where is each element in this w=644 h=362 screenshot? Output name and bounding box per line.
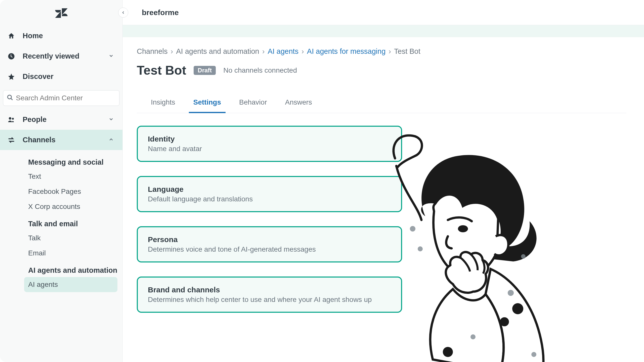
breadcrumb-current: Test Bot <box>394 47 420 56</box>
chevron-up-icon <box>108 136 114 144</box>
workspace-title: breeforme <box>142 8 179 17</box>
app-shell: Home Recently viewed Discover <box>0 0 644 362</box>
star-icon <box>8 73 15 80</box>
subnav-link-xcorp[interactable]: X Corp accounts <box>0 199 122 214</box>
card-title: Language <box>148 185 391 194</box>
thinking-person-illustration <box>382 128 553 362</box>
tab-insights[interactable]: Insights <box>151 93 175 113</box>
search-input-wrap[interactable] <box>3 90 119 106</box>
sidebar-item-people[interactable]: People <box>0 109 122 130</box>
sidebar-item-channels[interactable]: Channels <box>0 130 122 150</box>
sidebar-item-label: Discover <box>23 72 54 81</box>
sidebar-item-label: Channels <box>23 136 56 144</box>
subnav-link-ai-agents[interactable]: AI agents <box>24 277 117 292</box>
home-icon <box>8 32 15 40</box>
chevron-down-icon <box>108 115 114 124</box>
chevron-left-icon <box>121 10 125 15</box>
subnav-link-facebook[interactable]: Facebook Pages <box>0 184 122 199</box>
card-identity[interactable]: Identity Name and avatar <box>137 126 402 162</box>
card-subtitle: Determines which help center to use and … <box>148 296 391 304</box>
subnav-link-email[interactable]: Email <box>0 246 122 261</box>
tab-settings[interactable]: Settings <box>193 93 221 113</box>
svg-point-8 <box>500 317 509 326</box>
subnav-link-talk[interactable]: Talk <box>0 231 122 246</box>
svg-point-2 <box>9 117 11 120</box>
svg-point-1 <box>8 95 11 99</box>
chevron-right-icon: › <box>171 47 173 56</box>
settings-cards: Identity Name and avatar Language Defaul… <box>137 126 402 313</box>
breadcrumb-item: AI agents and automation <box>176 47 259 56</box>
clock-icon <box>8 53 15 60</box>
sidebar: Home Recently viewed Discover <box>0 0 123 362</box>
tab-answers[interactable]: Answers <box>285 93 312 113</box>
subnav-link-text[interactable]: Text <box>0 169 122 184</box>
sidebar-item-label: Home <box>23 32 43 40</box>
card-title: Persona <box>148 235 391 244</box>
notification-bar <box>123 25 644 37</box>
card-language[interactable]: Language Default language and translatio… <box>137 176 402 212</box>
card-brand[interactable]: Brand and channels Determines which help… <box>137 277 402 313</box>
content: Channels › AI agents and automation › AI… <box>123 37 644 313</box>
svg-point-9 <box>512 303 523 314</box>
people-icon <box>8 116 15 123</box>
svg-point-12 <box>470 334 476 339</box>
channel-status: No channels connected <box>223 66 297 74</box>
sidebar-subnav: Messaging and social Text Facebook Pages… <box>0 150 122 292</box>
subnav-heading-messaging: Messaging and social <box>0 153 122 169</box>
svg-point-10 <box>531 352 536 357</box>
svg-point-7 <box>508 290 514 296</box>
topbar: breeforme <box>123 0 644 25</box>
chevron-right-icon: › <box>302 47 304 56</box>
sidebar-item-label: People <box>23 115 47 124</box>
decorative-lines <box>394 168 644 362</box>
status-badge: Draft <box>194 66 216 75</box>
chevron-right-icon: › <box>262 47 265 56</box>
card-subtitle: Name and avatar <box>148 145 391 153</box>
collapse-sidebar-button[interactable] <box>118 8 128 18</box>
breadcrumb-item: Channels <box>137 47 168 56</box>
tab-behavior[interactable]: Behavior <box>239 93 267 113</box>
breadcrumb-link[interactable]: AI agents <box>268 47 298 56</box>
channels-icon <box>8 136 15 144</box>
subnav-heading-ai: AI agents and automation <box>0 261 122 277</box>
page-title: Test Bot <box>137 63 186 78</box>
svg-point-5 <box>418 246 423 251</box>
chevron-down-icon <box>108 52 114 60</box>
svg-point-3 <box>12 118 14 120</box>
search-icon <box>7 94 13 102</box>
logo[interactable] <box>0 3 122 23</box>
main: breeforme Channels › AI agents and autom… <box>123 0 644 362</box>
breadcrumb: Channels › AI agents and automation › AI… <box>137 47 626 56</box>
sidebar-item-home[interactable]: Home <box>0 26 122 46</box>
sidebar-item-label: Recently viewed <box>23 52 79 60</box>
card-subtitle: Determines voice and tone of AI-generate… <box>148 245 391 253</box>
svg-point-4 <box>410 226 415 232</box>
svg-point-11 <box>443 347 453 357</box>
search-input[interactable] <box>16 94 116 102</box>
zendesk-logo-icon <box>55 8 68 18</box>
tab-bar: Insights Settings Behavior Answers <box>137 93 626 113</box>
card-subtitle: Default language and translations <box>148 195 391 203</box>
card-title: Brand and channels <box>148 286 391 294</box>
card-title: Identity <box>148 135 391 143</box>
card-persona[interactable]: Persona Determines voice and tone of AI-… <box>137 226 402 262</box>
chevron-right-icon: › <box>389 47 391 56</box>
sidebar-item-recent[interactable]: Recently viewed <box>0 46 122 66</box>
svg-point-6 <box>521 254 526 259</box>
subnav-heading-talk: Talk and email <box>0 214 122 231</box>
breadcrumb-link[interactable]: AI agents for messaging <box>307 47 386 56</box>
sidebar-item-discover[interactable]: Discover <box>0 66 122 87</box>
